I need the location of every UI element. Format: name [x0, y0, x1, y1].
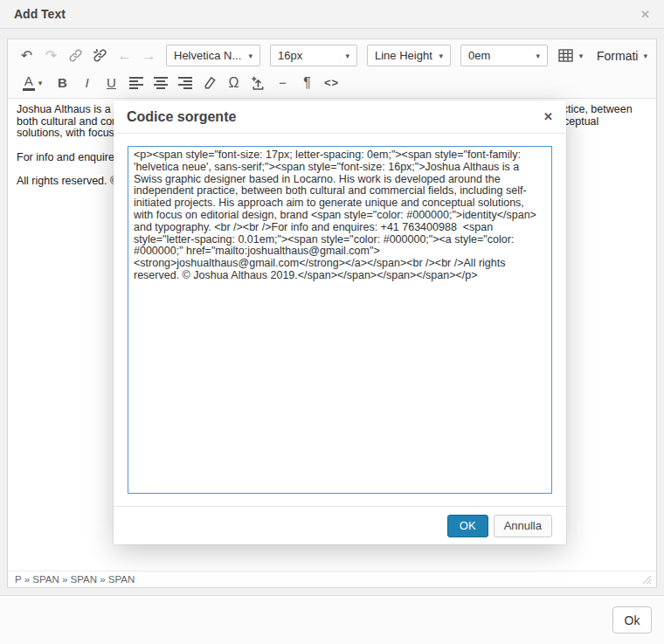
link-button[interactable] [64, 45, 87, 66]
font-size-select[interactable]: 16px ▾ [270, 45, 357, 66]
line-height-select[interactable]: Line Height ▾ [367, 45, 451, 66]
align-center-icon [153, 76, 169, 90]
upload-button[interactable] [246, 72, 270, 93]
toolbar-row-1: ↶ ↷ ← → Helvetica N... ▾ 16px ▾ Line Hei… [15, 42, 649, 69]
unlink-icon [93, 48, 107, 63]
chevron-down-icon: ▾ [439, 52, 443, 60]
ok-button[interactable]: Ok [612, 606, 652, 634]
dialog-title: Add Text [14, 7, 66, 21]
special-char-button[interactable]: Ω [222, 72, 246, 93]
align-right-icon [177, 76, 193, 90]
formats-menu[interactable]: Formati ▾ [597, 49, 647, 63]
chevron-down-icon: ▾ [345, 52, 349, 60]
table-icon [558, 49, 573, 62]
modal-title: Codice sorgente [127, 109, 236, 125]
letter-spacing-select[interactable]: 0em ▾ [460, 45, 548, 66]
modal-footer: OK Annulla [114, 506, 566, 544]
upload-icon [251, 76, 266, 90]
line-height-label: Line Height [375, 49, 432, 62]
editor-toolbar: ↶ ↷ ← → Helvetica N... ▾ 16px ▾ Line Hei… [8, 39, 656, 99]
chevron-down-icon: ▾ [643, 52, 647, 60]
toolbar-row-2: A ▾ B I U Ω − ¶ <> [15, 69, 649, 96]
modal-ok-button[interactable]: OK [447, 515, 488, 537]
source-code-button[interactable]: <> [320, 72, 343, 93]
underline-button[interactable]: U [100, 72, 123, 93]
nav-back-button[interactable]: ← [113, 45, 136, 66]
align-center-button[interactable] [149, 72, 172, 93]
font-size-value: 16px [278, 49, 302, 62]
add-text-dialog: Add Text ✕ ↶ ↷ ← → Helvetica N... ▾ 16px… [0, 0, 664, 644]
eraser-icon [202, 75, 217, 90]
horizontal-rule-button[interactable]: − [271, 72, 294, 93]
align-right-button[interactable] [173, 72, 197, 93]
bold-button[interactable]: B [51, 72, 74, 93]
nav-forward-button[interactable]: → [137, 45, 161, 66]
chevron-down-icon: ▾ [248, 52, 252, 60]
modal-close-icon[interactable]: ✕ [543, 110, 553, 123]
align-left-icon [128, 76, 144, 90]
dialog-close-icon[interactable]: ✕ [640, 8, 650, 21]
italic-button[interactable]: I [75, 72, 99, 93]
modal-cancel-button[interactable]: Annulla [494, 515, 552, 537]
remove-format-button[interactable] [197, 72, 221, 93]
undo-button[interactable]: ↶ [15, 45, 38, 66]
table-button[interactable]: ▾ [553, 45, 588, 66]
font-family-value: Helvetica N... [174, 49, 241, 62]
editor-statusbar: P » SPAN » SPAN » SPAN [8, 571, 656, 587]
modal-header: Codice sorgente ✕ [114, 100, 566, 134]
modal-body: <p><span style="font-size: 17px; letter-… [114, 134, 566, 506]
font-family-select[interactable]: Helvetica N... ▾ [166, 45, 260, 66]
chevron-down-icon: ▾ [579, 52, 584, 60]
element-path: P » SPAN » SPAN » SPAN [15, 574, 135, 585]
text-color-button[interactable]: A ▾ [15, 72, 50, 93]
source-code-modal: Codice sorgente ✕ <p><span style="font-s… [114, 100, 566, 544]
text-color-icon: A [23, 74, 35, 92]
align-left-button[interactable] [124, 72, 148, 93]
chevron-down-icon: ▾ [38, 79, 43, 87]
source-code-textarea[interactable]: <p><span style="font-size: 17px; letter-… [128, 146, 552, 494]
dialog-footer: Ok [0, 595, 664, 644]
dialog-titlebar: Add Text ✕ [0, 0, 664, 29]
unlink-button[interactable] [88, 45, 112, 66]
chevron-down-icon: ▾ [536, 52, 540, 60]
link-icon [68, 48, 83, 63]
formats-label: Formati [597, 49, 638, 63]
resize-grip-icon[interactable] [642, 575, 652, 585]
paragraph-button[interactable]: ¶ [295, 72, 319, 93]
redo-button[interactable]: ↷ [39, 45, 63, 66]
letter-spacing-value: 0em [468, 49, 490, 62]
